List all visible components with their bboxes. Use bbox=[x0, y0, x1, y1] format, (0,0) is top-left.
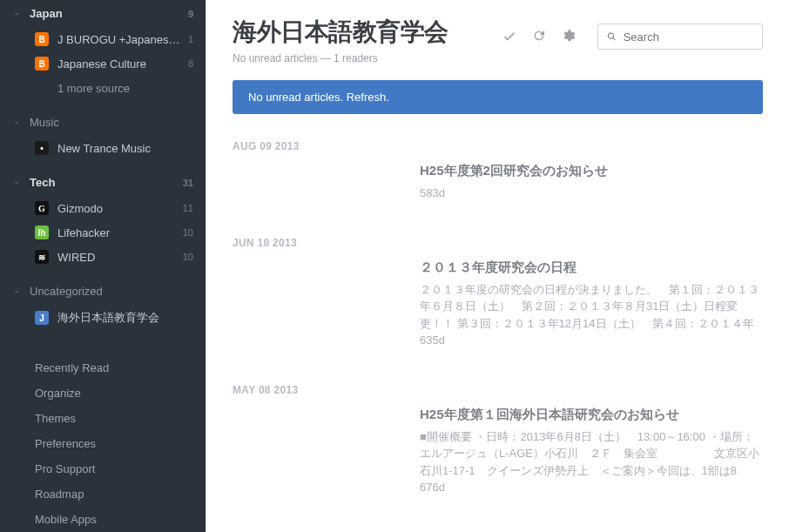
folder-uncategorized[interactable]: Uncategorized bbox=[0, 278, 206, 305]
feed-title: 海外日本語教育学会 bbox=[233, 16, 500, 49]
more-sources[interactable]: 1 more source bbox=[0, 76, 206, 100]
article-title: ２０１３年度研究会の日程 bbox=[420, 259, 763, 276]
nav-roadmap[interactable]: Roadmap bbox=[0, 481, 206, 507]
mark-read-button[interactable] bbox=[500, 26, 519, 45]
dark-icon: • bbox=[35, 141, 49, 155]
wired-icon: ≋ bbox=[35, 250, 49, 264]
search-input[interactable] bbox=[624, 30, 753, 44]
chevron-down-icon bbox=[10, 286, 23, 298]
article-excerpt: ２０１３年度の研究会の日程が決まりました。 第１回：２０１３年６月８日（土） 第… bbox=[420, 281, 763, 349]
date-header: JUN 18 2013 bbox=[233, 237, 763, 249]
feed-item[interactable]: J 海外日本語教育学会 bbox=[0, 305, 206, 331]
lh-icon: lh bbox=[35, 226, 49, 239]
article-excerpt: ■開催概要 ・日時：2013年6月8日（土） 13:00～16:00 ・場所：エ… bbox=[420, 428, 763, 496]
sidebar: Japan 9B J BUROGU +Japanes… 1B Japanese … bbox=[0, 0, 206, 532]
nav-recently read[interactable]: Recently Read bbox=[0, 355, 206, 380]
chevron-down-icon bbox=[10, 117, 23, 129]
article-age: 583d bbox=[420, 186, 445, 199]
article-title: H25年度第１回海外日本語研究会のお知らせ bbox=[420, 407, 763, 423]
nav-pro support[interactable]: Pro Support bbox=[0, 456, 206, 481]
main-pane: 海外日本語教育学会 No unread articles — 1 readers… bbox=[206, 0, 789, 532]
nav-themes[interactable]: Themes bbox=[0, 406, 206, 431]
date-header: MAY 08 2013 bbox=[233, 384, 763, 396]
blogger-icon: B bbox=[35, 32, 49, 46]
feed-item[interactable]: lh Lifehacker 10 bbox=[0, 220, 206, 245]
nav-organize[interactable]: Organize bbox=[0, 380, 206, 406]
feed-subtitle: No unread articles — 1 readers bbox=[233, 52, 500, 64]
nav-mobile apps[interactable]: Mobile Apps bbox=[0, 507, 206, 532]
settings-button[interactable] bbox=[559, 26, 578, 45]
chevron-down-icon bbox=[10, 177, 23, 189]
blogger-icon: B bbox=[35, 57, 49, 71]
header: 海外日本語教育学会 No unread articles — 1 readers bbox=[233, 16, 763, 64]
article-title: H25年度第2回研究会のお知らせ bbox=[420, 163, 763, 179]
date-header: AUG 09 2013 bbox=[233, 140, 763, 152]
toolbar bbox=[500, 21, 763, 50]
nav-preferences[interactable]: Preferences bbox=[0, 431, 206, 456]
article-item[interactable]: H25年度第2回研究会のお知らせ 583d bbox=[420, 163, 763, 202]
search-box[interactable] bbox=[597, 24, 763, 50]
feed-item[interactable]: B Japanese Culture 8 bbox=[0, 51, 206, 76]
feed-item[interactable]: B J BUROGU +Japanes… 1 bbox=[0, 27, 206, 51]
feed-item[interactable]: • New Trance Music bbox=[0, 136, 206, 160]
article-age: 676d bbox=[420, 481, 445, 494]
refresh-button[interactable] bbox=[529, 26, 549, 45]
g-icon: G bbox=[35, 201, 49, 215]
article-age: 635d bbox=[420, 333, 445, 347]
feed-item[interactable]: G Gizmodo 11 bbox=[0, 196, 206, 220]
feed-item[interactable]: ≋ WIRED 10 bbox=[0, 245, 206, 269]
folder-music[interactable]: Music bbox=[0, 109, 206, 136]
j-icon: J bbox=[35, 311, 49, 325]
folder-tech[interactable]: Tech 31 bbox=[0, 169, 206, 196]
folder-japan[interactable]: Japan 9 bbox=[0, 0, 206, 27]
article-excerpt: 583d bbox=[420, 185, 763, 202]
chevron-down-icon bbox=[10, 8, 23, 20]
article-item[interactable]: ２０１３年度研究会の日程 ２０１３年度の研究会の日程が決まりました。 第１回：２… bbox=[420, 259, 763, 349]
search-icon bbox=[607, 31, 617, 42]
article-item[interactable]: H25年度第１回海外日本語研究会のお知らせ ■開催概要 ・日時：2013年6月8… bbox=[420, 407, 763, 496]
notice-banner[interactable]: No unread articles. Refresh. bbox=[233, 80, 763, 114]
